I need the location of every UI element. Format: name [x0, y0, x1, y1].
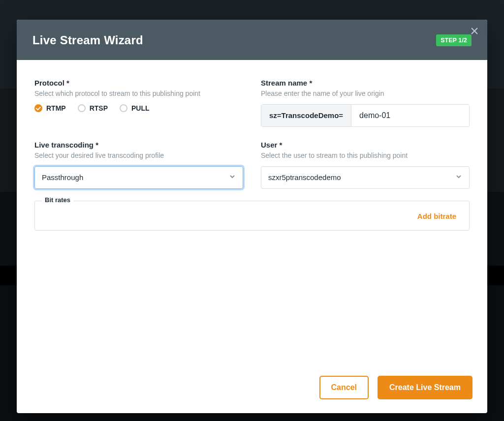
cancel-button[interactable]: Cancel [319, 376, 369, 399]
field-protocol: Protocol * Select which protocol to stre… [34, 79, 243, 127]
stream-name-label: Stream name * [261, 79, 470, 87]
protocol-option-pull[interactable]: PULL [120, 104, 150, 112]
live-transcoding-label: Live transcoding * [34, 141, 243, 149]
stream-name-input-group: sz=TranscodeDemo= [261, 104, 470, 127]
protocol-option-rtsp[interactable]: RTSP [78, 104, 108, 112]
radio-label: PULL [131, 104, 150, 112]
stream-name-help: Please enter the name of your live origi… [261, 89, 470, 98]
radio-icon [120, 104, 127, 112]
radio-icon [78, 104, 86, 112]
user-value: szxr5ptranscodedemo [268, 173, 341, 181]
close-icon [471, 28, 478, 36]
field-live-transcoding: Live transcoding * Select your desired l… [34, 141, 243, 189]
modal-body: Protocol * Select which protocol to stre… [17, 60, 487, 367]
field-stream-name: Stream name * Please enter the name of y… [261, 79, 470, 127]
modal-title: Live Stream Wizard [32, 33, 143, 47]
chevron-down-icon [229, 173, 236, 181]
live-transcoding-value: Passthrough [42, 173, 83, 181]
user-select[interactable]: szxr5ptranscodedemo [261, 166, 470, 189]
close-button[interactable] [470, 27, 479, 36]
live-transcoding-help: Select your desired live transcoding pro… [34, 151, 243, 160]
step-badge: STEP 1/2 [436, 34, 472, 46]
modal-header: Live Stream Wizard STEP 1/2 [17, 20, 487, 60]
live-stream-wizard-modal: Live Stream Wizard STEP 1/2 Protocol * S… [17, 20, 487, 413]
user-help: Select the user to stream to this publis… [261, 151, 470, 160]
radio-label: RTSP [90, 104, 108, 112]
stream-name-prefix: sz=TranscodeDemo= [261, 105, 351, 126]
protocol-help: Select which protocol to stream to this … [34, 89, 243, 98]
chevron-down-icon [455, 173, 462, 181]
stream-name-input[interactable] [351, 105, 469, 126]
bitrates-legend: Bit rates [42, 196, 73, 204]
protocol-label: Protocol * [34, 79, 243, 87]
create-live-stream-button[interactable]: Create Live Stream [378, 376, 472, 399]
bitrates-fieldset: Bit rates Add bitrate [34, 201, 470, 231]
radio-icon [34, 104, 42, 112]
protocol-option-rtmp[interactable]: RTMP [34, 104, 66, 112]
protocol-radio-group: RTMP RTSP PULL [34, 104, 243, 112]
radio-label: RTMP [46, 104, 66, 112]
field-user: User * Select the user to stream to this… [261, 141, 470, 189]
live-transcoding-select[interactable]: Passthrough [34, 166, 243, 189]
user-label: User * [261, 141, 470, 149]
add-bitrate-button[interactable]: Add bitrate [414, 210, 459, 222]
modal-footer: Cancel Create Live Stream [17, 367, 487, 413]
